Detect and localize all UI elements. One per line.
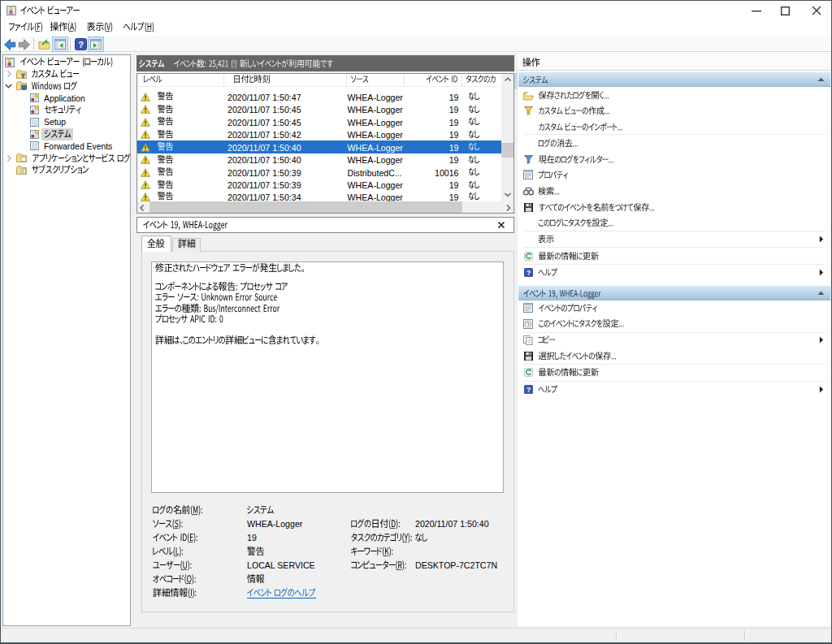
svg-text:?: ? (78, 40, 84, 50)
svg-text:?: ? (526, 386, 531, 394)
svg-text:?: ? (526, 269, 531, 277)
